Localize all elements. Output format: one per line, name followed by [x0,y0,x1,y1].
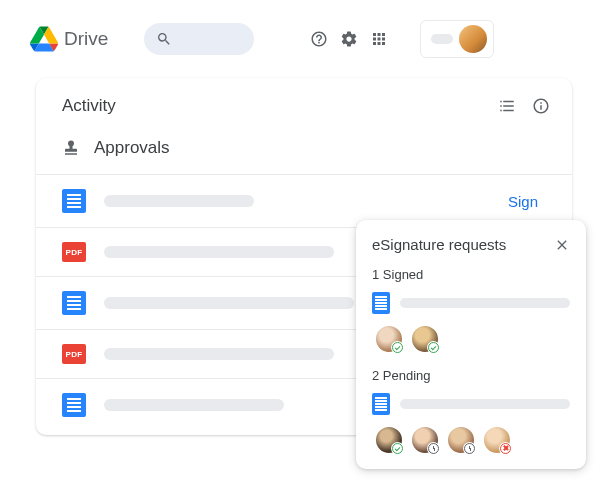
file-name-placeholder [104,348,334,360]
signer-avatar[interactable] [374,425,404,455]
esignature-panel: eSignature requests 1 Signed 2 Pending [356,220,586,469]
signer-avatars [374,425,570,455]
card-header-icons [498,97,550,115]
product-name: Drive [64,28,108,50]
header-icon-group [310,30,388,48]
file-name-placeholder [400,399,570,409]
info-icon[interactable] [532,97,550,115]
file-name-placeholder [104,399,284,411]
status-badge-signed [391,442,404,455]
doc-icon [62,291,86,315]
file-name-placeholder [104,297,354,309]
apps-icon[interactable] [370,30,388,48]
account-chip-placeholder [431,34,453,44]
pdf-icon: PDF [62,344,86,364]
doc-icon [62,393,86,417]
app-header: Drive [0,0,608,70]
status-badge-declined [499,442,512,455]
signer-avatar[interactable] [374,324,404,354]
signer-avatar[interactable] [482,425,512,455]
status-badge-pending [427,442,440,455]
account-chip[interactable] [420,20,494,58]
signer-avatars [374,324,570,354]
activity-title: Activity [62,96,116,116]
user-avatar [459,25,487,53]
drive-logo-icon [30,26,58,52]
file-name-placeholder [400,298,570,308]
approvals-label: Approvals [94,138,170,158]
esig-file-row[interactable] [372,393,570,415]
settings-icon[interactable] [340,30,358,48]
esignature-header: eSignature requests [372,236,570,253]
signer-avatar[interactable] [446,425,476,455]
file-name-placeholder [104,246,334,258]
pdf-icon: PDF [62,242,86,262]
status-badge-signed [391,341,404,354]
approvals-stamp-icon [62,139,80,157]
close-icon[interactable] [554,237,570,253]
list-view-icon[interactable] [498,97,516,115]
drive-logo-area[interactable]: Drive [30,26,108,52]
esignature-title: eSignature requests [372,236,506,253]
status-badge-pending [463,442,476,455]
doc-icon [372,292,390,314]
status-badge-signed [427,341,440,354]
doc-icon [372,393,390,415]
approvals-section: Approvals [36,130,572,174]
file-name-placeholder [104,195,254,207]
search-input[interactable] [144,23,254,55]
esig-file-row[interactable] [372,292,570,314]
signer-avatar[interactable] [410,324,440,354]
help-icon[interactable] [310,30,328,48]
sign-action[interactable]: Sign [508,193,546,210]
signed-section-label: 1 Signed [372,267,570,282]
pending-section-label: 2 Pending [372,368,570,383]
search-icon [156,31,172,47]
activity-card-header: Activity [36,96,572,130]
doc-icon [62,189,86,213]
signer-avatar[interactable] [410,425,440,455]
